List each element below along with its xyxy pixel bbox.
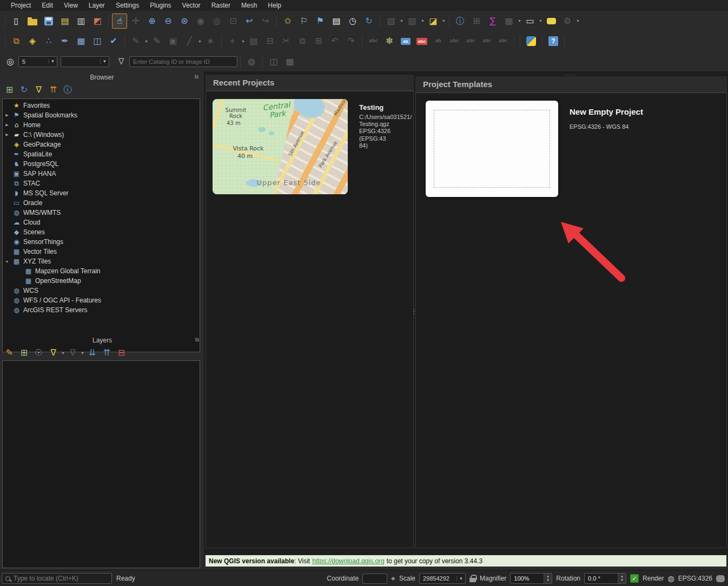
new-spatial-bookmark-icon[interactable]: ⚑ xyxy=(313,14,328,29)
remove-layer-group-icon[interactable]: ⊟ xyxy=(115,346,128,359)
advanced-digitizing-icon[interactable]: ∗ xyxy=(203,34,218,49)
refresh-map-icon[interactable]: ↻ xyxy=(361,14,376,29)
filter-by-expression-dropdown-icon[interactable]: ▼ xyxy=(80,351,85,355)
menu-layer[interactable]: Layer xyxy=(83,1,110,10)
manage-map-themes-icon[interactable]: ☉ xyxy=(32,346,45,359)
select-features-dropdown-icon[interactable]: ▼ xyxy=(399,19,404,23)
new-shapefile-layer-icon[interactable]: ∴ xyxy=(41,34,56,49)
measure-dropdown-icon[interactable]: ▼ xyxy=(538,19,543,23)
current-edits-dropdown-icon[interactable]: ▼ xyxy=(144,39,149,43)
collapse-all-icon[interactable]: ⇈ xyxy=(47,83,60,96)
browser-item-wfs-ogc-api-features[interactable]: ◍WFS / OGC API - Features xyxy=(3,295,200,305)
catalog-search-input[interactable] xyxy=(129,56,237,67)
open-layer-styling-icon[interactable]: ✎ xyxy=(3,346,16,359)
show-layout-manager-icon[interactable]: ▥ xyxy=(74,14,89,29)
statistical-summary-icon[interactable]: ∑ xyxy=(485,14,500,29)
browser-item-ms-sql-server[interactable]: ◗MS SQL Server xyxy=(3,188,200,198)
select-by-expression-dropdown-icon[interactable]: ▼ xyxy=(420,19,425,23)
paste-features-icon[interactable]: ⊞ xyxy=(311,34,326,49)
new-spatialite-layer-icon[interactable]: ✒ xyxy=(57,34,72,49)
browser-item-openstreetmap[interactable]: ▦OpenStreetMap xyxy=(3,276,200,286)
browser-item-scenes[interactable]: ◆Scenes xyxy=(3,227,200,237)
deselect-features-icon[interactable]: ◪ xyxy=(426,14,441,29)
locator-search[interactable] xyxy=(2,573,112,584)
browser-item-postgresql[interactable]: ♞PostgreSQL xyxy=(3,159,200,169)
map-tips-icon[interactable] xyxy=(544,14,559,29)
spin-arrows[interactable]: ▲▼ xyxy=(618,574,626,583)
new-empty-project-card[interactable] xyxy=(426,101,558,197)
zoom-in-icon[interactable]: ⊕ xyxy=(144,14,160,29)
coordinate-capture-icon[interactable]: ◎ xyxy=(3,54,18,69)
coordinate-input[interactable] xyxy=(362,574,387,584)
new-print-layout-icon[interactable]: ▤ xyxy=(57,14,72,29)
menu-view[interactable]: View xyxy=(58,1,83,10)
mouse-extents-icon[interactable]: ⌖ xyxy=(391,574,395,583)
browser-item-geopackage[interactable]: ◈GeoPackage xyxy=(3,140,200,149)
enable-properties-widget-icon[interactable]: ⓘ xyxy=(61,83,75,96)
filter-legend-dropdown-icon[interactable]: ▼ xyxy=(61,351,65,355)
delete-selected-icon[interactable]: ⊟ xyxy=(262,34,277,49)
zoom-native-resolution-icon[interactable]: ⊡ xyxy=(226,14,241,29)
rotation-spinbox[interactable]: 0.0 °▲▼ xyxy=(584,573,626,584)
browser-item-arcgis-rest-servers[interactable]: ◍ArcGIS REST Servers xyxy=(3,305,200,315)
zoom-out-icon[interactable]: ⊖ xyxy=(161,14,176,29)
menu-edit[interactable]: Edit xyxy=(36,1,58,10)
scale-combobox[interactable]: 29854292▼ xyxy=(419,573,466,584)
style-manager-icon[interactable]: ◩ xyxy=(90,14,105,29)
menu-raster[interactable]: Raster xyxy=(206,1,236,10)
menu-project[interactable]: Project xyxy=(5,1,36,10)
deselect-features-dropdown-icon[interactable]: ▼ xyxy=(441,19,446,23)
zoom-to-selection-icon[interactable]: ◉ xyxy=(193,14,208,29)
new-project-icon[interactable]: ▯ xyxy=(9,14,24,29)
browser-item-xyz-tiles[interactable]: ▼▦XYZ Tiles xyxy=(3,256,200,266)
vertex-tool-icon[interactable]: ⌖ xyxy=(225,34,240,49)
zoom-full-icon[interactable]: ⊛ xyxy=(177,14,192,29)
browser-item-vector-tiles[interactable]: ▦Vector Tiles xyxy=(3,247,200,256)
toggle-editing-icon[interactable]: ✎ xyxy=(149,34,164,49)
spin-arrows[interactable]: ▲▼ xyxy=(544,574,552,583)
move-label-icon[interactable]: abc xyxy=(463,34,478,49)
browser-item-sensorthings[interactable]: ◉SensorThings xyxy=(3,237,200,247)
digitize-with-segment-dropdown-icon[interactable]: ▼ xyxy=(197,39,202,43)
expand-arrow-icon[interactable]: ▶ xyxy=(3,113,11,117)
browser-item-spatialite[interactable]: ✒SpatiaLite xyxy=(3,149,200,159)
menu-help[interactable]: Help xyxy=(262,1,287,10)
filter-funnel-icon[interactable]: ∇ xyxy=(114,54,129,69)
float-panel-icon[interactable]: ⧉ xyxy=(195,74,198,80)
modify-attributes-icon[interactable]: ▤ xyxy=(246,34,261,49)
filter-browser-icon[interactable]: ∇ xyxy=(32,83,45,96)
render-checkbox[interactable]: ✓ xyxy=(630,574,639,583)
expand-arrow-icon[interactable]: ▶ xyxy=(3,123,11,127)
browser-item-c-windows[interactable]: ▶▰C:\ (Windows) xyxy=(3,130,200,140)
refresh-browser-icon[interactable]: ↻ xyxy=(17,83,31,96)
browser-item-wms-wmts[interactable]: ◍WMS/WMTS xyxy=(3,208,200,218)
current-edits-icon[interactable]: ✎ xyxy=(128,34,143,49)
change-label-icon[interactable]: abc xyxy=(495,34,511,49)
browser-item-home[interactable]: ▶⌂Home xyxy=(3,120,200,130)
catalog-count-select[interactable]: 5▼ xyxy=(18,56,57,67)
toolbox-icon[interactable]: ▦ xyxy=(282,54,297,69)
save-layer-edits-icon[interactable]: ▣ xyxy=(166,34,181,49)
highlight-pinned-labels-icon[interactable]: ab xyxy=(398,34,413,49)
zoom-next-icon[interactable]: ↪ xyxy=(258,14,273,29)
python-console-icon[interactable] xyxy=(524,34,539,49)
zoom-to-layer-icon[interactable]: ◎ xyxy=(209,14,224,29)
toggle-unplaced-labels-icon[interactable]: abc xyxy=(414,34,429,49)
identify-features-icon[interactable]: ⓘ xyxy=(453,14,468,29)
filter-by-expression-icon[interactable]: ∇ xyxy=(66,346,80,359)
undo-icon[interactable]: ↶ xyxy=(327,34,342,49)
float-panel-icon[interactable]: ⧉ xyxy=(195,337,199,343)
browser-item-stac[interactable]: ⧉STAC xyxy=(3,179,200,188)
open-attribute-table-dropdown-icon[interactable]: ▼ xyxy=(517,19,522,23)
data-source-manager-icon[interactable]: ⧉ xyxy=(9,34,24,49)
rotate-label-icon[interactable]: abc xyxy=(479,34,494,49)
redo-icon[interactable]: ↷ xyxy=(343,34,359,49)
browser-item-sap-hana[interactable]: ▣SAP HANA xyxy=(3,169,200,179)
pan-to-selection-icon[interactable]: ✛ xyxy=(128,14,143,29)
menu-vector[interactable]: Vector xyxy=(177,1,206,10)
browser-item-spatial-bookmarks[interactable]: ▶⚑Spatial Bookmarks xyxy=(3,110,200,120)
menu-mesh[interactable]: Mesh xyxy=(236,1,262,10)
pan-map-icon[interactable]: ☝ xyxy=(112,14,127,29)
expand-arrow-icon[interactable]: ▶ xyxy=(3,133,11,137)
run-feature-action-icon[interactable]: ⚙ xyxy=(560,14,575,29)
